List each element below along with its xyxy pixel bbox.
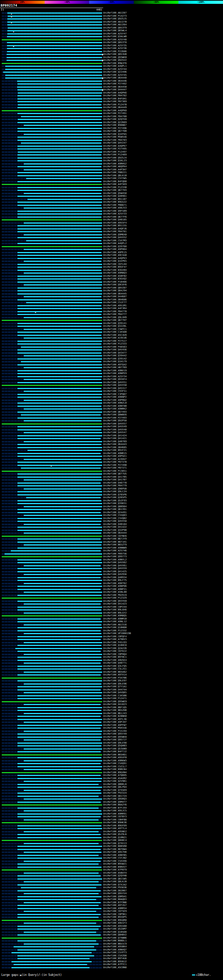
hit-bar[interactable] [18,958,89,959]
hit-bar[interactable] [18,784,98,785]
hit-label[interactable]: UniRef100_P27491 [103,112,127,115]
hit-label[interactable]: UniRef100_C0HFB8 [103,818,127,821]
hit-bar[interactable] [24,261,101,262]
hit-bar[interactable] [26,240,101,241]
hit-label[interactable]: UniRef100_C5WTC1 [103,328,127,331]
hit-label[interactable]: UniRef100_Q9C8Y6 [103,283,127,286]
hit-bar[interactable] [24,722,101,723]
hit-label[interactable]: UniRef100_P27517 [103,340,127,343]
hit-bar[interactable] [18,276,102,277]
hit-bar[interactable] [18,542,102,542]
hit-bar[interactable] [18,586,102,587]
hit-label[interactable]: UniRef100_A25746 [103,549,127,552]
hit-bar[interactable] [24,125,102,126]
hit-label[interactable]: UniRef100_B6SZH0 [103,709,127,712]
hit-bar[interactable] [18,547,102,549]
hit-label[interactable]: UniRef100_B91F21 [103,449,127,452]
hit-bar[interactable] [18,417,102,418]
hit-bar[interactable] [21,468,101,469]
hit-bar[interactable] [7,30,102,31]
hit-label[interactable]: UniRef100_Q9M5H1 [103,895,127,898]
hit-bar[interactable] [18,237,102,238]
hit-bar[interactable] [14,964,87,965]
hit-label[interactable]: UniRef100_Q9LE96 [103,682,127,686]
hit-bar[interactable] [7,45,102,46]
hit-label[interactable]: UniRef100_A9TL36 [103,718,127,721]
hit-bar[interactable] [18,778,102,779]
hit-bar[interactable] [18,482,101,484]
hit-bar[interactable] [26,497,101,498]
hit-label[interactable]: UniRef100_Q32Z0L [103,325,127,328]
hit-bar[interactable] [18,231,102,232]
hit-bar[interactable] [18,213,102,215]
hit-bar[interactable] [18,314,101,315]
hit-bar[interactable] [18,680,102,681]
hit-bar[interactable] [24,169,102,170]
hit-bar[interactable] [18,621,102,622]
hit-bar[interactable] [2,822,102,823]
hit-bar[interactable] [2,63,102,64]
hit-bar[interactable] [24,284,102,285]
hit-bar[interactable] [18,813,102,815]
hit-label[interactable]: UniRef100_Q9M6X0 [103,233,127,236]
hit-label[interactable]: UniRef100_Q67493 [103,410,127,414]
hit-label[interactable]: UniRef100_B9SWZ1 [103,862,127,865]
hit-label[interactable]: UniRef100_A9PHD4 [103,248,127,251]
hit-bar[interactable] [24,459,101,460]
hit-label[interactable]: UniRef100_A9NV19 [103,369,127,372]
hit-label[interactable]: UniRef100_P07371 [103,466,127,470]
hit-label[interactable]: UniRef100_A7PYC1 [103,963,127,966]
hit-label[interactable]: UniRef100_P93836 [103,886,127,889]
hit-bar[interactable] [18,462,102,463]
hit-label[interactable]: UniRef100_Q8H8C4 [103,839,127,842]
hit-bar[interactable] [18,282,102,283]
hit-label[interactable]: UniRef100_Q93WE0 [103,56,127,59]
hit-label[interactable]: UniRef100_A19XU7 [103,458,127,461]
hit-label[interactable]: UniRef100_P07370 [103,461,127,464]
hit-bar[interactable] [24,223,102,224]
hit-label[interactable]: UniRef100_A9P0Q2 [103,399,127,402]
hit-bar[interactable] [18,308,102,309]
hit-bar[interactable] [21,143,101,143]
hit-bar[interactable] [2,678,102,679]
hit-label[interactable]: UniRef100_A9NR15 [103,452,127,455]
hit-bar[interactable] [18,609,101,611]
hit-bar[interactable] [18,353,101,353]
hit-label[interactable]: UniRef100_B9T4G6 [103,957,127,960]
hit-label[interactable]: UniRef100_O81724 [103,795,127,798]
hit-label[interactable]: UniRef100_P04780 [103,115,127,118]
hit-bar[interactable] [24,400,102,401]
hit-bar[interactable] [18,402,102,404]
hit-label[interactable]: UniRef100_Q41707 [103,478,127,482]
hit-label[interactable]: UniRef100_C0P9K1 [103,913,127,916]
hit-label[interactable]: UniRef100_Q0J1W5 [103,877,127,881]
hit-bar[interactable] [18,828,102,829]
hit-bar[interactable] [24,873,98,873]
hit-label[interactable]: UniRef100_Q39768 [103,245,127,248]
hit-label[interactable]: UniRef100_B9GFD9 [103,824,127,827]
hit-bar[interactable] [24,932,96,933]
hit-bar[interactable] [11,952,91,953]
hit-label[interactable]: UniRef100_Q5W458 [103,192,127,195]
hit-label[interactable]: UniRef100_C0PHQ4 [103,653,127,656]
hit-bar[interactable] [17,87,102,88]
hit-bar[interactable] [24,409,102,409]
hit-label[interactable]: UniRef100_C5SQ83 [103,514,127,517]
hit-bar[interactable] [18,864,98,865]
hit-bar[interactable] [18,538,101,539]
hit-bar[interactable] [18,92,102,94]
hit-bar[interactable] [2,615,102,616]
hit-bar[interactable] [18,323,102,324]
hit-label[interactable]: UniRef100_B91107 [103,198,127,201]
hit-bar[interactable] [18,619,101,619]
hit-label[interactable]: UniRef100_B9GQR8 [103,919,127,922]
hit-label[interactable]: UniRef100_B8B5R0 [103,845,127,848]
hit-bar[interactable] [2,772,102,773]
hit-label[interactable]: UniRef100_C5VQB2 [103,517,127,520]
hit-bar[interactable] [2,701,102,702]
hit-bar[interactable] [24,479,102,480]
hit-label[interactable]: UniRef100_P27490 [103,464,127,467]
hit-label[interactable]: UniRef100_Q9ZSJ4 [103,156,127,159]
hit-label[interactable]: UniRef100_B9RXV7 [103,865,127,869]
hit-bar[interactable] [18,406,101,407]
